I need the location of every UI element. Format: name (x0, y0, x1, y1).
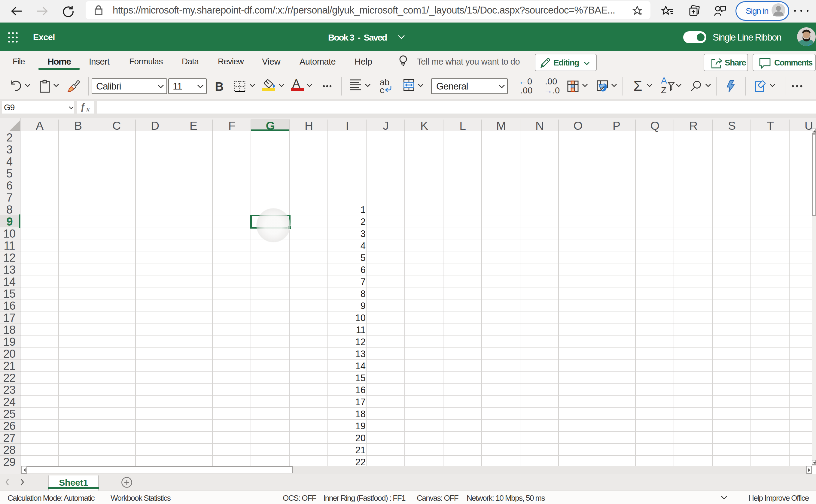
svg-text:x: x (86, 105, 90, 113)
svg-text:f: f (81, 102, 85, 112)
